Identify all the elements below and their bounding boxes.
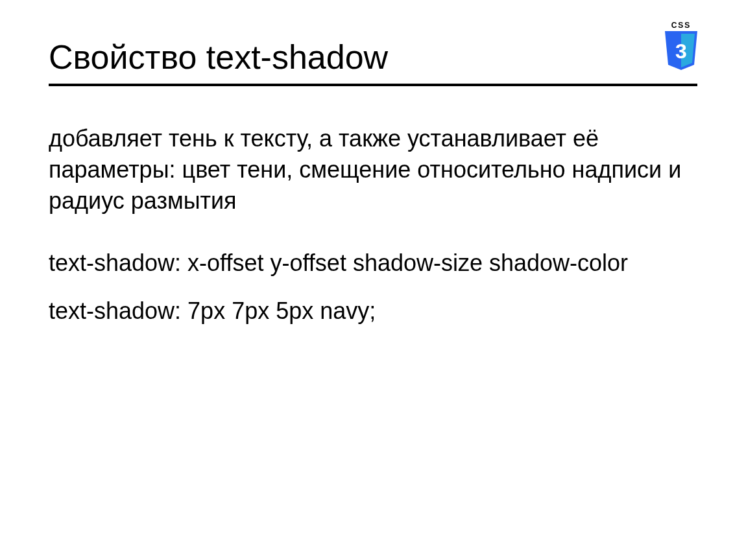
slide-title: Свойство text-shadow xyxy=(49,39,697,86)
description-text: добавляет тень к тексту, а также устанав… xyxy=(49,123,697,216)
example-text: text-shadow: 7px 7px 5px navy; xyxy=(49,296,697,327)
css3-logo-label: CSS xyxy=(663,21,699,30)
slide-header: Свойство text-shadow xyxy=(49,39,697,86)
syntax-text: text-shadow: x-offset y-offset shadow-si… xyxy=(49,248,697,279)
slide: CSS 3 Свойство text-shadow добавляет тен… xyxy=(0,0,746,560)
slide-body: добавляет тень к тексту, а также устанав… xyxy=(49,123,697,343)
